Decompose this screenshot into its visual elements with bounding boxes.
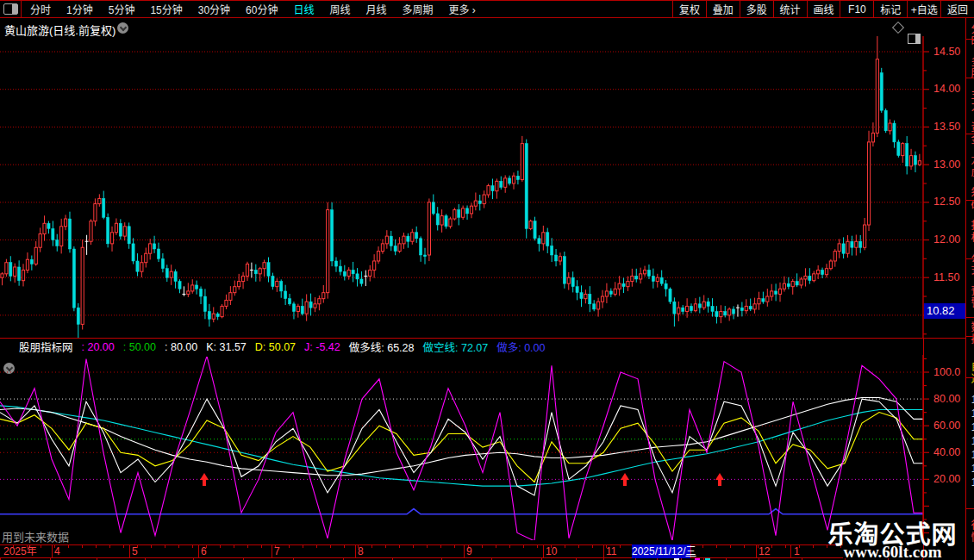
period-tab-1分钟[interactable]: 1分钟 <box>59 2 101 16</box>
indicator-axis-label: 100.0 <box>933 367 960 378</box>
timeline-label-1: 1 <box>794 545 800 557</box>
indicator-name: 股朋指标网 <box>19 339 73 355</box>
period-tab-更多 ›[interactable]: 更多 › <box>441 2 484 16</box>
price-axis-label: 12.50 <box>933 196 960 208</box>
right-strip-tab[interactable]: 自选 <box>968 361 974 385</box>
right-strip-tab[interactable]: 公式 <box>968 252 974 277</box>
price-axis-label: 11.50 <box>933 272 959 283</box>
price-axis-label: 14.00 <box>933 84 960 95</box>
timeline-divider <box>129 545 130 557</box>
toolbar-button-统计[interactable]: 统计 <box>773 0 807 18</box>
right-strip-tab[interactable]: 主力 <box>968 89 974 113</box>
timeline-label-12: 12 <box>759 545 770 557</box>
toolbar-button-叠加[interactable]: 叠加 <box>706 0 740 18</box>
chevron-down-icon[interactable] <box>117 22 128 34</box>
buy-arrow-icon <box>621 473 629 486</box>
timeline-label-7: 7 <box>274 545 280 557</box>
timeline-label-5: 5 <box>132 545 138 557</box>
indicator-axis-label: 60.00 <box>933 420 960 432</box>
split-panel-icon <box>3 3 18 15</box>
toolbar-button-画线[interactable]: 画线 <box>807 0 840 18</box>
indicator-line-K <box>0 399 923 495</box>
toolbar-button-标记[interactable]: 标记 <box>873 0 907 18</box>
indicator-value-9: 做多: 0.00 <box>496 339 545 355</box>
future-data-warning: 用到未来数据 <box>2 528 69 544</box>
right-sidebar-strip[interactable]: 分时多股主力资金龙虎筹码指标公式预警数据自选1111111行情 <box>965 18 974 560</box>
indicator-value-8: 做空线: 72.07 <box>422 339 488 355</box>
right-strip-tab[interactable]: 数据 <box>968 321 974 345</box>
right-strip-tab[interactable]: 1111111 <box>968 394 974 490</box>
right-strip-tab[interactable]: 筹码 <box>968 187 974 211</box>
timeline-divider <box>52 545 53 557</box>
right-strip-separator <box>966 377 974 378</box>
timeline-divider <box>790 545 791 557</box>
indicator-axis-label: 80.00 <box>933 394 960 405</box>
toolbar-button-多股[interactable]: 多股 <box>740 0 773 18</box>
timeline-label-9: 9 <box>466 545 472 557</box>
timeline-label-2025年: 2025年 <box>3 545 37 557</box>
title-row <box>0 18 974 36</box>
timeline-divider <box>464 545 465 557</box>
layout-toggle-button[interactable] <box>0 1 22 17</box>
toolbar-button-返回[interactable]: 返回 <box>940 0 974 18</box>
right-strip-tab[interactable]: 行情 <box>968 520 974 544</box>
timeline-divider <box>355 545 356 557</box>
right-strip-tab[interactable]: 分时 <box>968 23 974 47</box>
right-strip-separator <box>966 78 974 78</box>
timeline-label-6: 6 <box>201 545 207 557</box>
timeline-divider <box>272 545 272 557</box>
indicator-axis-label: 40.00 <box>933 447 960 458</box>
indicator-header: 股朋指标网: 20.00: 50.00: 80.00K: 31.57D: 50.… <box>19 339 946 354</box>
buy-arrow-icon <box>200 473 209 486</box>
price-axis-label: 12.00 <box>933 234 960 246</box>
indicator-line-D <box>0 413 923 482</box>
right-toolbar: 复权叠加多股统计画线F10标记+自选返回 <box>672 0 974 18</box>
period-tab-日线[interactable]: 日线 <box>285 2 322 16</box>
watermark-url: www.60lt.com <box>817 543 968 560</box>
period-tab-多周期[interactable]: 多周期 <box>395 2 441 16</box>
right-strip-tab[interactable]: 龙虎 <box>968 154 974 178</box>
right-strip-separator <box>966 317 974 318</box>
period-tab-60分钟[interactable]: 60分钟 <box>238 2 285 16</box>
right-strip-tab[interactable]: 多股 <box>968 56 974 80</box>
weekday-text: 三 <box>686 545 696 557</box>
buy-arrow-icon <box>715 473 724 486</box>
timeline-divider <box>198 545 199 557</box>
timeline-label-8: 8 <box>358 545 364 557</box>
indicator-value-2: : 50.00 <box>123 341 156 353</box>
indicator-value-1: : 20.00 <box>82 341 115 353</box>
right-strip-separator <box>966 39 974 40</box>
crosshair-date-box: 2025/11/12/三 <box>632 544 690 558</box>
period-tab-5分钟[interactable]: 5分钟 <box>101 2 143 16</box>
indicator-value-6: J: -5.42 <box>304 341 340 353</box>
timeline-divider <box>603 545 604 557</box>
indicator-chart[interactable] <box>0 355 974 540</box>
right-strip-separator <box>966 508 974 509</box>
timeline-divider <box>543 545 544 557</box>
toolbar-button-F10[interactable]: F10 <box>840 0 873 18</box>
price-axis-label: 13.00 <box>933 159 960 171</box>
indicator-value-4: K: 31.57 <box>206 341 247 353</box>
toolbar-button-+自选[interactable]: +自选 <box>907 0 940 18</box>
right-strip-separator <box>966 134 974 134</box>
timeline-label-11: 11 <box>606 545 616 557</box>
timeline-divider <box>756 545 757 557</box>
period-tab-分时[interactable]: 分时 <box>22 2 59 16</box>
period-tab-30分钟[interactable]: 30分钟 <box>190 2 238 16</box>
price-axis-label: 13.50 <box>933 121 960 133</box>
indicator-value-3: : 80.00 <box>165 341 197 353</box>
indicator-line-J <box>0 356 923 540</box>
right-strip-tab[interactable]: 预警 <box>968 285 974 309</box>
period-tabs: 分时1分钟5分钟15分钟30分钟60分钟日线周线月线多周期更多 › <box>22 1 484 17</box>
candlestick-chart[interactable] <box>0 36 974 338</box>
period-tab-周线[interactable]: 周线 <box>322 2 358 16</box>
period-tab-月线[interactable]: 月线 <box>359 2 395 16</box>
timeline-label-10: 10 <box>546 545 557 557</box>
indicator-value-5: D: 50.07 <box>255 341 296 353</box>
toolbar-button-复权[interactable]: 复权 <box>672 0 706 18</box>
indicator-value-7: 做多线: 65.28 <box>349 339 415 355</box>
indicator-axis-label: 20.00 <box>933 474 960 485</box>
right-strip-separator <box>966 336 974 337</box>
period-tab-15分钟[interactable]: 15分钟 <box>142 2 190 16</box>
right-strip-tab[interactable]: 指标 <box>968 220 974 244</box>
